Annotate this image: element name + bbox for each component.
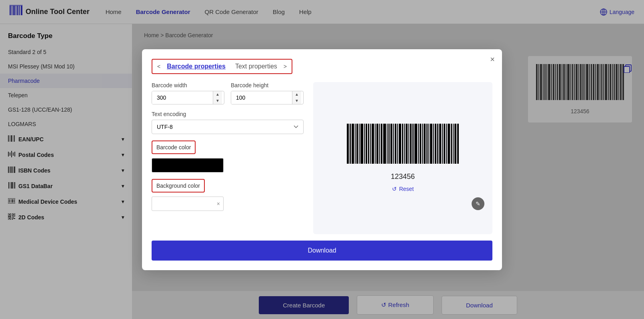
modal-body: Barcode width ▲ ▼ Barcode height xyxy=(152,82,492,234)
modal-right-panel: 123456 ✎ ↺ Reset xyxy=(313,82,492,234)
svg-rect-129 xyxy=(433,124,434,164)
svg-rect-135 xyxy=(446,124,447,164)
svg-rect-119 xyxy=(410,124,412,164)
modal-overlay: × < Barcode properties Text properties >… xyxy=(0,0,644,319)
svg-rect-133 xyxy=(442,124,443,164)
height-spin-up[interactable]: ▲ xyxy=(292,91,301,98)
svg-rect-126 xyxy=(426,124,428,164)
svg-rect-104 xyxy=(376,124,378,164)
barcode-preview: 123456 xyxy=(321,124,484,181)
properties-modal: × < Barcode properties Text properties >… xyxy=(142,49,502,270)
bg-color-swatch[interactable]: × xyxy=(152,197,224,211)
tab-barcode-properties[interactable]: Barcode properties xyxy=(164,62,229,71)
svg-rect-116 xyxy=(404,124,405,164)
height-label: Barcode height xyxy=(231,82,304,88)
encoding-label: Text encoding xyxy=(152,111,304,117)
svg-rect-136 xyxy=(448,124,450,164)
modal-left-panel: Barcode width ▲ ▼ Barcode height xyxy=(152,82,304,234)
height-field: Barcode height ▲ ▼ xyxy=(231,82,304,104)
svg-rect-114 xyxy=(399,124,401,164)
svg-rect-127 xyxy=(428,124,429,164)
svg-rect-123 xyxy=(420,124,421,164)
height-input-wrap: ▲ ▼ xyxy=(231,91,304,104)
width-input-wrap: ▲ ▼ xyxy=(152,91,224,104)
width-field: Barcode width ▲ ▼ xyxy=(152,82,224,104)
svg-rect-112 xyxy=(395,124,396,164)
svg-rect-93 xyxy=(352,124,354,164)
svg-rect-107 xyxy=(383,124,386,164)
reset-icon: ↺ xyxy=(392,186,397,192)
width-spin-down[interactable]: ▼ xyxy=(213,98,222,104)
svg-rect-110 xyxy=(390,124,392,164)
reset-label: Reset xyxy=(399,186,414,192)
svg-rect-109 xyxy=(388,124,390,164)
tab-arrow-right: > xyxy=(284,63,287,70)
svg-rect-108 xyxy=(387,124,388,164)
svg-rect-121 xyxy=(414,124,417,164)
svg-rect-103 xyxy=(375,124,376,164)
svg-rect-111 xyxy=(393,124,394,164)
barcode-color-label-wrap: Barcode color xyxy=(152,140,196,154)
modal-tabs: < Barcode properties Text properties > xyxy=(152,59,292,74)
background-color-group: Background color × xyxy=(152,179,304,211)
width-spin-up[interactable]: ▲ xyxy=(213,91,222,98)
svg-rect-94 xyxy=(355,124,356,164)
barcode-number: 123456 xyxy=(321,173,484,181)
svg-rect-99 xyxy=(366,124,367,164)
height-spin-down[interactable]: ▼ xyxy=(292,98,301,104)
svg-rect-118 xyxy=(408,124,409,164)
svg-rect-96 xyxy=(359,124,360,164)
svg-rect-101 xyxy=(370,124,371,164)
barcode-edit-button[interactable]: ✎ xyxy=(472,197,484,210)
svg-rect-91 xyxy=(347,124,349,164)
edit-icon: ✎ xyxy=(476,201,480,207)
svg-rect-115 xyxy=(402,124,403,164)
svg-rect-95 xyxy=(356,124,358,164)
bg-swatch-clear-icon[interactable]: × xyxy=(217,201,220,207)
svg-rect-131 xyxy=(437,124,438,164)
svg-rect-100 xyxy=(368,124,369,164)
dimensions-group: Barcode width ▲ ▼ Barcode height xyxy=(152,82,304,104)
svg-rect-120 xyxy=(412,124,414,164)
width-label: Barcode width xyxy=(152,82,224,88)
barcode-color-label: Barcode color xyxy=(156,144,191,150)
tab-arrow-left: < xyxy=(157,63,160,70)
svg-rect-124 xyxy=(422,124,423,164)
svg-rect-134 xyxy=(444,124,445,164)
svg-rect-137 xyxy=(451,124,452,164)
svg-rect-140 xyxy=(457,124,459,164)
svg-rect-117 xyxy=(406,124,408,164)
svg-rect-122 xyxy=(418,124,419,164)
svg-rect-105 xyxy=(379,124,380,164)
width-input[interactable] xyxy=(152,91,213,104)
barcode-color-group: Barcode color xyxy=(152,140,304,173)
svg-rect-128 xyxy=(430,124,432,164)
svg-rect-113 xyxy=(397,124,398,164)
svg-rect-92 xyxy=(350,124,351,164)
svg-rect-98 xyxy=(364,124,365,164)
svg-rect-125 xyxy=(424,124,426,164)
height-spinners: ▲ ▼ xyxy=(292,91,301,104)
height-input[interactable] xyxy=(231,91,292,104)
barcode-preview-svg xyxy=(347,124,459,168)
width-spinners: ▲ ▼ xyxy=(213,91,222,104)
modal-download-button[interactable]: Download xyxy=(152,241,492,261)
bg-color-label-wrap: Background color xyxy=(152,179,205,193)
encoding-select[interactable]: UTF-8 ASCII ISO-8859-1 xyxy=(152,120,304,134)
svg-rect-130 xyxy=(435,124,436,164)
barcode-color-swatch[interactable] xyxy=(152,158,224,173)
encoding-group: Text encoding UTF-8 ASCII ISO-8859-1 xyxy=(152,111,304,140)
svg-rect-106 xyxy=(381,124,382,164)
tab-text-properties[interactable]: Text properties xyxy=(232,62,280,71)
svg-rect-102 xyxy=(372,124,374,164)
svg-rect-139 xyxy=(454,124,456,164)
reset-button[interactable]: ↺ Reset xyxy=(392,186,414,192)
bg-color-label: Background color xyxy=(156,183,200,189)
svg-rect-97 xyxy=(360,124,363,164)
svg-rect-132 xyxy=(439,124,441,164)
modal-close-button[interactable]: × xyxy=(490,55,495,64)
svg-rect-138 xyxy=(453,124,454,164)
